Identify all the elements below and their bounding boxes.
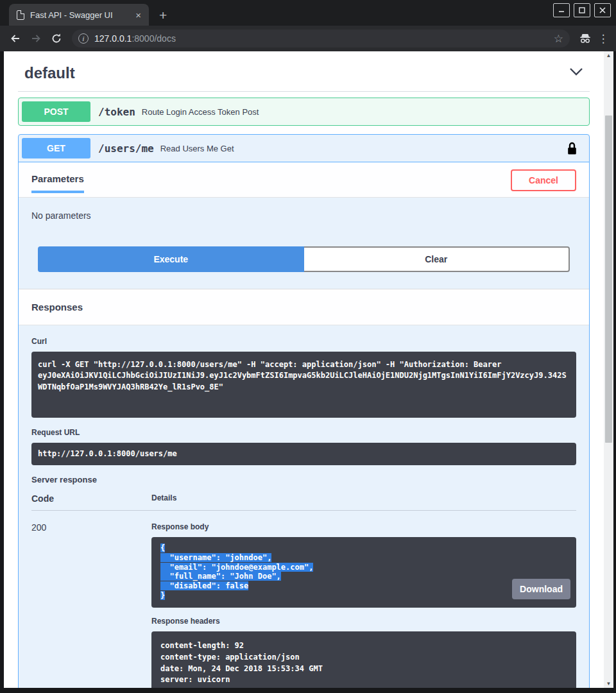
bookmark-star-icon[interactable]: ☆ <box>549 32 563 46</box>
scrollbar-down-arrow[interactable]: ▼ <box>604 680 613 688</box>
tag-title: default <box>24 64 75 82</box>
site-info-icon[interactable]: i <box>78 33 89 44</box>
response-body[interactable]: { "username": "johndoe", "email": "johnd… <box>151 537 576 608</box>
browser-window: Fast API - Swagger UI × + i <box>0 0 616 693</box>
scrollbar-thumb[interactable] <box>605 116 612 443</box>
window-controls <box>553 3 611 17</box>
swagger-page: default POST /token Route Login Access T… <box>4 51 604 688</box>
minimize-button[interactable] <box>553 3 570 17</box>
post-token-path: /token <box>98 106 135 118</box>
close-button[interactable] <box>594 3 611 17</box>
server-response-table-head: Code Details <box>31 493 576 511</box>
parameters-section-header: Parameters Cancel <box>19 162 589 198</box>
responses-section-header: Responses <box>19 289 589 325</box>
server-response-row: 200 Response body { "username": "johndoe… <box>31 511 576 688</box>
tag-header[interactable]: default <box>18 60 590 91</box>
parameters-body: No parameters Execute Clear <box>19 198 589 289</box>
curl-label: Curl <box>31 337 576 346</box>
url-host: 127.0.0.1 <box>94 33 132 44</box>
column-code: Code <box>31 493 151 504</box>
chevron-down-icon[interactable] <box>569 67 583 79</box>
browser-toolbar: i 127.0.0.1:8000/docs ☆ ⋮ <box>0 26 616 51</box>
tag-divider <box>18 91 590 92</box>
page-viewport: default POST /token Route Login Access T… <box>0 51 616 693</box>
incognito-icon <box>576 30 594 47</box>
url-path: :8000/docs <box>132 33 176 44</box>
download-button[interactable]: Download <box>512 579 570 599</box>
clear-button[interactable]: Clear <box>304 246 570 272</box>
tab-strip: Fast API - Swagger UI × + <box>0 0 616 26</box>
browser-tab[interactable]: Fast API - Swagger UI × <box>9 4 149 26</box>
request-url-value: http://127.0.0.1:8000/users/me <box>31 443 576 465</box>
post-token-summary: Route Login Access Token Post <box>142 107 259 117</box>
scrollbar-up-arrow[interactable]: ▲ <box>604 51 613 60</box>
tab-close-icon[interactable]: × <box>133 10 144 21</box>
get-users-me-summary: Read Users Me Get <box>160 144 234 153</box>
browser-menu-icon[interactable]: ⋮ <box>597 30 610 47</box>
opblock-post-token: POST /token Route Login Access Token Pos… <box>18 98 590 126</box>
maximize-button[interactable] <box>574 3 590 17</box>
auth-lock-icon[interactable] <box>567 142 577 155</box>
forward-icon[interactable] <box>27 30 45 47</box>
new-tab-button[interactable]: + <box>159 8 167 22</box>
server-response-label: Server response <box>31 475 576 484</box>
opblock-post-token-header[interactable]: POST /token Route Login Access Token Pos… <box>19 98 589 125</box>
no-parameters-text: No parameters <box>31 209 576 246</box>
response-body-label: Response body <box>151 522 576 531</box>
opblock-get-users-me: GET /users/me Read Users Me Get Paramete… <box>18 134 590 688</box>
cancel-button[interactable]: Cancel <box>511 169 576 191</box>
responses-inner: Curl curl -X GET "http://127.0.0.1:8000/… <box>19 325 589 688</box>
get-users-me-path: /users/me <box>98 142 154 155</box>
opblock-get-users-me-header[interactable]: GET /users/me Read Users Me Get <box>19 135 589 162</box>
get-method-badge: GET <box>22 138 90 158</box>
tab-parameters[interactable]: Parameters <box>31 173 84 193</box>
tab-title: Fast API - Swagger UI <box>30 10 133 20</box>
column-details: Details <box>151 493 576 504</box>
address-bar[interactable]: i 127.0.0.1:8000/docs ☆ <box>72 30 570 47</box>
curl-command[interactable]: curl -X GET "http://127.0.0.1:8000/users… <box>31 352 576 418</box>
post-method-badge: POST <box>22 101 90 122</box>
reload-icon[interactable] <box>47 30 65 47</box>
response-headers-label: Response headers <box>151 617 576 626</box>
document-icon <box>17 10 24 20</box>
execute-button[interactable]: Execute <box>38 246 304 272</box>
response-status-code: 200 <box>31 522 151 688</box>
page-scrollbar[interactable]: ▲ ▼ <box>604 51 613 688</box>
back-icon[interactable] <box>6 30 24 47</box>
request-url-label: Request URL <box>31 428 576 437</box>
response-headers: content-length: 92 content-type: applica… <box>151 631 576 688</box>
url-text[interactable]: 127.0.0.1:8000/docs <box>94 33 176 44</box>
execute-row: Execute Clear <box>38 246 570 272</box>
